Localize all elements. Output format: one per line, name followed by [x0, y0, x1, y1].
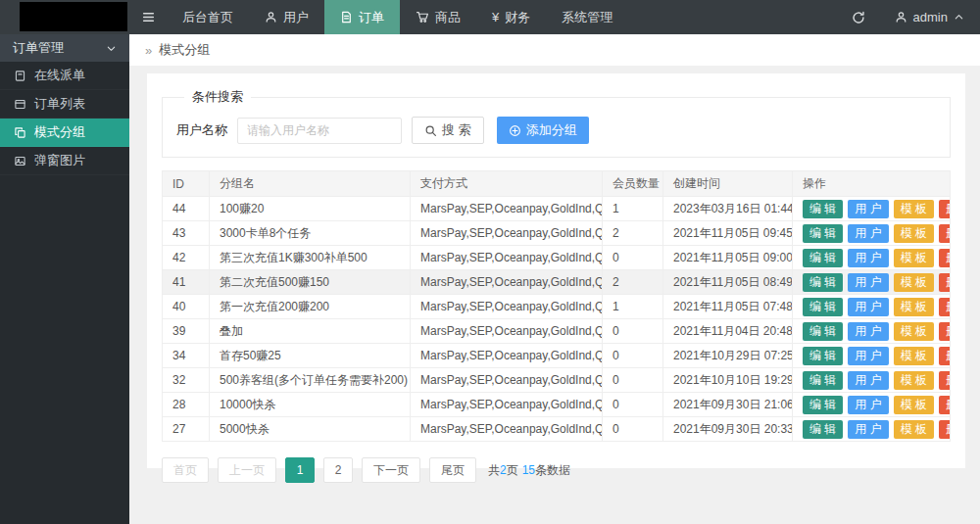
user-button[interactable]: 用 户: [848, 396, 888, 414]
user-button[interactable]: 用 户: [848, 200, 888, 218]
delete-button[interactable]: 删除: [939, 224, 950, 243]
created-time: 2021年10月10日 19:29:50: [663, 368, 793, 393]
prev-page-button[interactable]: 上一页: [218, 457, 276, 483]
nav-item-finance[interactable]: ¥ 财务: [476, 0, 546, 34]
delete-button[interactable]: 删除: [939, 298, 950, 316]
delete-button[interactable]: 删除: [939, 249, 950, 267]
sidebar-item-mode-group[interactable]: 模式分组: [0, 119, 129, 147]
sidebar-item-order-list[interactable]: 订单列表: [0, 90, 129, 119]
row-id: 42: [163, 246, 210, 270]
chevron-down-icon: [106, 43, 117, 54]
delete-button[interactable]: 删除: [939, 396, 950, 414]
table-row: 2810000快杀MarsPay,SEP,Oceanpay,GoldInd,Qe…: [163, 393, 951, 417]
search-icon: [424, 124, 437, 137]
delete-button[interactable]: 删除: [939, 273, 950, 292]
delete-button[interactable]: 删除: [939, 347, 950, 365]
column-header-group-name: 分组名: [210, 171, 411, 197]
edit-button[interactable]: 编 辑: [803, 322, 843, 341]
nav-item-orders[interactable]: 订单: [324, 0, 400, 34]
user-button[interactable]: 用 户: [848, 249, 888, 267]
edit-button[interactable]: 编 辑: [803, 347, 843, 365]
nav-item-dashboard[interactable]: 后台首页: [167, 0, 249, 34]
table-body: 44100赚20MarsPay,SEP,Oceanpay,GoldInd,QeI…: [163, 197, 951, 442]
add-group-button[interactable]: 添加分组: [497, 117, 589, 144]
summary-record-suffix: 条数据: [535, 463, 570, 477]
user-button[interactable]: 用 户: [848, 371, 888, 390]
pagination: 首页 上一页 12 下一页 尾页 共2页15条数据: [162, 457, 951, 483]
page-number-button[interactable]: 1: [285, 457, 315, 483]
sidebar-item-label: 弹窗图片: [34, 152, 85, 169]
edit-button[interactable]: 编 辑: [803, 298, 843, 316]
nav-item-goods[interactable]: 商品: [400, 0, 476, 34]
sidebar-section-order-management[interactable]: 订单管理: [0, 34, 129, 62]
next-page-button[interactable]: 下一页: [362, 457, 420, 483]
template-button[interactable]: 模 板: [894, 224, 934, 243]
user-button[interactable]: 用 户: [848, 347, 888, 365]
sidebar-item-popup-image[interactable]: 弹窗图片: [0, 147, 129, 175]
user-button[interactable]: 用 户: [848, 322, 888, 341]
group-name: 10000快杀: [210, 393, 411, 417]
nav-item-system[interactable]: 系统管理: [546, 0, 628, 34]
template-button[interactable]: 模 板: [894, 371, 934, 390]
search-panel: 条件搜索 用户名称 搜 索 添加分组: [162, 88, 951, 158]
yen-icon: ¥: [492, 10, 499, 24]
payment-methods: MarsPay,SEP,Oceanpay,GoldInd,QeInd: [411, 319, 603, 344]
table-row: 34首存50赚25MarsPay,SEP,Oceanpay,GoldInd,Qe…: [163, 344, 951, 368]
payment-methods: MarsPay,SEP,Oceanpay,GoldInd,QeInd: [411, 393, 603, 417]
template-button[interactable]: 模 板: [894, 200, 934, 218]
table-row: 275000快杀MarsPay,SEP,Oceanpay,GoldInd,QeI…: [163, 417, 951, 442]
template-button[interactable]: 模 板: [894, 273, 934, 292]
order-list-icon: [14, 98, 26, 111]
member-count: 0: [603, 246, 663, 270]
chevron-up-icon: [954, 12, 964, 23]
sidebar-item-label: 订单列表: [34, 95, 85, 113]
menu-toggle-button[interactable]: [129, 0, 167, 34]
sidebar-item-label: 模式分组: [34, 123, 85, 141]
row-actions: 编 辑用 户模 板删除: [793, 393, 951, 417]
row-id: 40: [163, 295, 210, 319]
user-menu[interactable]: admin: [879, 0, 980, 34]
created-time: 2021年11月04日 20:48:17: [663, 319, 793, 344]
user-button[interactable]: 用 户: [848, 273, 888, 292]
page-number-button[interactable]: 2: [323, 457, 353, 483]
group-name: 5000快杀: [210, 417, 411, 442]
template-button[interactable]: 模 板: [894, 396, 934, 414]
created-time: 2021年11月05日 09:00:59: [663, 246, 793, 270]
template-button[interactable]: 模 板: [894, 249, 934, 267]
row-id: 43: [163, 221, 210, 246]
template-button[interactable]: 模 板: [894, 298, 934, 316]
user-button[interactable]: 用 户: [848, 224, 888, 243]
user-icon: [895, 11, 907, 24]
created-time: 2021年09月30日 20:33:28: [663, 417, 793, 442]
username-field-label: 用户名称: [176, 121, 227, 139]
logo-image: [20, 2, 127, 31]
last-page-button[interactable]: 尾页: [429, 457, 476, 483]
nav-item-users[interactable]: 用户: [249, 0, 324, 34]
refresh-button[interactable]: [838, 0, 879, 34]
edit-button[interactable]: 编 辑: [803, 273, 843, 292]
edit-button[interactable]: 编 辑: [803, 249, 843, 267]
delete-button[interactable]: 删除: [939, 420, 950, 439]
template-button[interactable]: 模 板: [894, 420, 934, 439]
template-button[interactable]: 模 板: [894, 322, 934, 341]
column-header-created: 创建时间: [663, 171, 793, 197]
first-page-button[interactable]: 首页: [162, 457, 209, 483]
username-input[interactable]: [237, 118, 402, 144]
user-button[interactable]: 用 户: [848, 298, 888, 316]
user-button[interactable]: 用 户: [848, 420, 888, 439]
edit-button[interactable]: 编 辑: [803, 420, 843, 439]
sidebar-item-online-dispatch[interactable]: 在线派单: [0, 62, 129, 90]
edit-button[interactable]: 编 辑: [803, 396, 843, 414]
delete-button[interactable]: 删除: [939, 371, 950, 390]
edit-button[interactable]: 编 辑: [803, 371, 843, 390]
search-button[interactable]: 搜 索: [412, 117, 484, 144]
edit-button[interactable]: 编 辑: [803, 200, 843, 218]
table-row: 39叠加MarsPay,SEP,Oceanpay,GoldInd,QeInd02…: [163, 319, 951, 344]
user-icon: [265, 11, 277, 24]
edit-button[interactable]: 编 辑: [803, 224, 843, 243]
content-card: 条件搜索 用户名称 搜 索 添加分组: [147, 73, 965, 468]
delete-button[interactable]: 删除: [939, 200, 950, 218]
delete-button[interactable]: 删除: [939, 322, 950, 341]
nav-item-label: 商品: [435, 9, 461, 26]
template-button[interactable]: 模 板: [894, 347, 934, 365]
